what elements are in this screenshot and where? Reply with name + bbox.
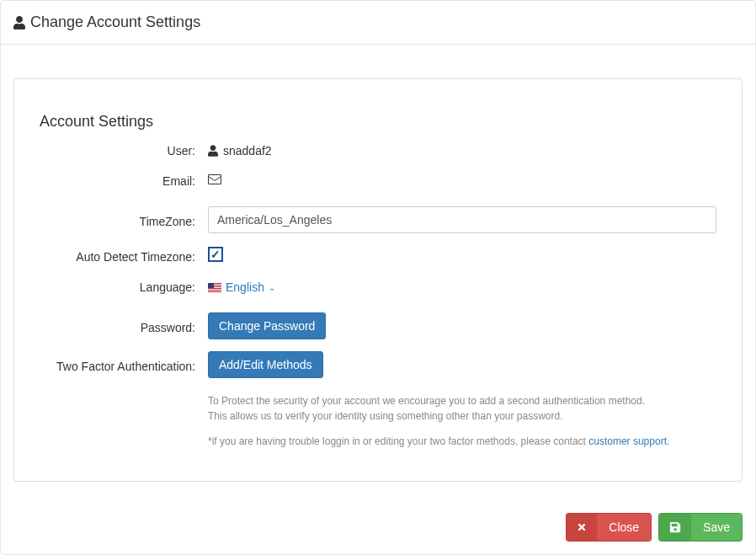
svg-rect-6 [208,291,221,291]
language-row: Language: [40,277,716,301]
username-text: snaddaf2 [223,144,272,157]
customer-support-link[interactable]: customer support [588,435,667,447]
help-line1: To Protect the security of your account … [208,393,716,408]
two-factor-row: Two Factor Authentication: Add/Edit Meth… [40,351,716,378]
add-edit-methods-button[interactable]: Add/Edit Methods [208,351,323,378]
email-value [208,171,716,184]
modal-footer: Close Save [1,500,755,554]
auto-detect-value: ✓ [208,247,716,262]
modal-title: Change Account Settings [13,13,743,31]
language-text: English [226,280,264,294]
auto-detect-row: Auto Detect Timezone: ✓ [40,247,716,270]
password-label: Password: [40,318,208,334]
check-icon: ✓ [210,248,221,260]
svg-rect-0 [209,175,221,184]
close-button-label: Close [597,514,651,541]
modal-body: Account Settings User: snaddaf2 Email: [1,45,755,500]
timezone-input[interactable] [208,206,716,233]
chevron-down-icon: ⌄ [269,283,275,292]
user-value: snaddaf2 [208,141,716,157]
two-factor-label: Two Factor Authentication: [40,356,208,373]
email-row: Email: [40,171,716,195]
user-icon [208,145,218,157]
timezone-label: TimeZone: [40,211,208,228]
panel-heading: Account Settings [40,113,716,131]
user-icon [13,16,25,29]
close-icon [567,514,597,541]
envelope-icon [208,174,221,184]
svg-rect-7 [208,283,214,288]
two-factor-value: Add/Edit Methods [208,351,716,378]
user-label: User: [40,141,208,157]
account-settings-modal: Change Account Settings Account Settings… [0,0,756,555]
save-button[interactable]: Save [658,513,743,542]
modal-header: Change Account Settings [1,1,755,45]
auto-detect-label: Auto Detect Timezone: [40,247,208,264]
svg-rect-5 [208,289,221,290]
close-button[interactable]: Close [566,513,652,542]
help-line2: This allows us to verify your identity u… [208,408,716,424]
help-line3-suffix: . [667,435,669,447]
user-row: User: snaddaf2 [40,141,716,164]
timezone-input-wrap [208,206,716,233]
language-label: Language: [40,277,208,294]
email-label: Email: [40,171,208,188]
auto-detect-checkbox[interactable]: ✓ [208,247,223,262]
timezone-row: TimeZone: [40,206,716,233]
save-button-label: Save [691,514,742,541]
language-selector[interactable]: English ⌄ [208,280,275,294]
help-text-block: To Protect the security of your account … [208,393,716,449]
password-row: Password: Change Password [40,312,716,339]
help-line3-prefix: *if you are having trouble loggin in or … [208,435,588,447]
language-value: English ⌄ [208,277,716,294]
help-row: To Protect the security of your account … [40,385,716,449]
change-password-button[interactable]: Change Password [208,312,326,339]
password-value: Change Password [208,312,716,339]
save-icon [659,514,691,541]
us-flag-icon [208,283,221,292]
modal-title-text: Change Account Settings [30,13,200,31]
settings-panel: Account Settings User: snaddaf2 Email: [13,78,743,482]
